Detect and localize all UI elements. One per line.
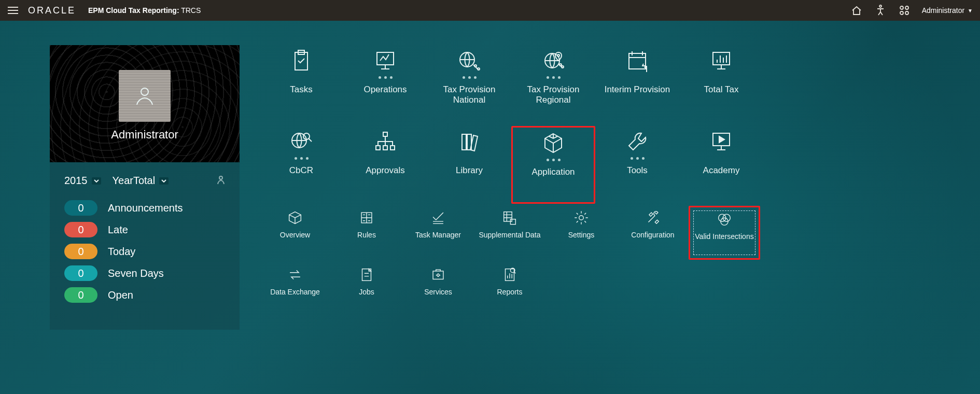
period-selector[interactable]: YearTotal <box>113 175 169 187</box>
cluster-label: Tasks <box>290 85 312 95</box>
subitem-label: Configuration <box>631 231 674 239</box>
home-icon[interactable] <box>850 5 863 16</box>
subitem-label: Data Exchange <box>270 288 320 296</box>
svg-point-33 <box>437 274 439 276</box>
period-value: YearTotal <box>113 175 156 187</box>
subitem-label: Reports <box>497 288 522 296</box>
app-title-sub: TRCS <box>179 6 201 15</box>
app-title-main: EPM Cloud Tax Reporting: <box>88 6 179 15</box>
gear-icon <box>570 209 593 227</box>
svg-rect-21 <box>462 134 466 150</box>
subitem-jobs[interactable]: Jobs <box>331 263 402 317</box>
monitor-icon <box>369 48 402 73</box>
subitem-configuration[interactable]: Configuration <box>617 206 689 260</box>
svg-point-2 <box>905 6 908 9</box>
dots-icon <box>295 157 309 160</box>
cluster-tasks[interactable]: Tasks <box>259 45 343 123</box>
cluster-label: Library <box>456 165 483 176</box>
cluster-cbcr[interactable]: CbCR <box>259 126 343 204</box>
cube-icon <box>537 131 570 156</box>
subitem-label: Task Manager <box>415 231 461 239</box>
stat-label: Announcements <box>108 202 183 214</box>
subitem-grid: OverviewRulesTask ManagerSupplemental Da… <box>259 206 763 317</box>
svg-rect-20 <box>390 146 395 150</box>
cluster-library[interactable]: Library <box>427 126 511 204</box>
year-selector[interactable]: 2015 <box>64 175 101 187</box>
stat-count: 0 <box>78 246 83 258</box>
box-icon <box>284 209 306 227</box>
cluster-label: Total Tax <box>704 85 739 95</box>
chevron-down-icon: ▼ <box>968 8 973 13</box>
stat-row[interactable]: 0Seven Days <box>64 265 225 281</box>
dots-icon <box>379 76 393 79</box>
cluster-label: Interim Provision <box>605 85 670 95</box>
stat-pill: 0 <box>64 222 97 237</box>
cluster-tax-provision-national[interactable]: Tax ProvisionNational <box>427 45 511 123</box>
stat-row[interactable]: 0Open <box>64 287 225 303</box>
cluster-academy[interactable]: Academy <box>679 126 763 204</box>
stat-row[interactable]: 0Late <box>64 222 225 237</box>
subitem-label: Rules <box>357 231 376 239</box>
subitem-settings[interactable]: Settings <box>545 206 617 260</box>
datasheet-icon <box>498 209 521 227</box>
svg-point-0 <box>879 5 881 7</box>
nav-area: TasksOperationsTax ProvisionNationalTax … <box>240 45 763 330</box>
stat-label: Today <box>108 246 135 258</box>
books-icon <box>453 129 486 154</box>
cluster-label: Operations <box>363 85 407 95</box>
year-value: 2015 <box>64 175 88 187</box>
cluster-total-tax[interactable]: Total Tax <box>679 45 763 123</box>
services-icon <box>427 266 450 284</box>
subitem-label: Supplemental Data <box>479 231 540 239</box>
chevron-down-icon <box>159 177 169 185</box>
svg-rect-32 <box>433 271 443 279</box>
venn-icon <box>713 210 736 228</box>
svg-rect-18 <box>376 146 380 150</box>
stat-count: 0 <box>78 224 83 236</box>
cluster-tools[interactable]: Tools <box>595 126 679 204</box>
svg-rect-14 <box>713 52 730 65</box>
apps-icon[interactable] <box>898 5 911 16</box>
cluster-approvals[interactable]: Approvals <box>343 126 427 204</box>
subitem-label: Overview <box>280 231 310 239</box>
hamburger-menu-icon[interactable] <box>7 6 19 15</box>
wrench-icon <box>621 129 654 154</box>
subitem-supplemental-data[interactable]: Supplemental Data <box>474 206 545 260</box>
globe-pin-icon <box>537 48 570 73</box>
profile-name: Administrator <box>50 128 240 142</box>
user-menu-label: Administrator <box>922 6 964 15</box>
dots-icon <box>463 76 477 79</box>
cluster-operations[interactable]: Operations <box>343 45 427 123</box>
cluster-label: Tools <box>627 165 648 176</box>
subitem-data-exchange[interactable]: Data Exchange <box>259 263 331 317</box>
subitem-label: Valid Intersections <box>695 232 753 241</box>
subitem-reports[interactable]: Reports <box>474 263 545 317</box>
stat-pill: 0 <box>64 265 97 281</box>
subitem-services[interactable]: Services <box>402 263 474 317</box>
chevron-down-icon <box>92 177 101 185</box>
subitem-valid-intersections[interactable]: Valid Intersections <box>689 206 760 260</box>
stat-row[interactable]: 0Today <box>64 244 225 259</box>
summary-panel: 2015 YearTotal 0Announcements0Late0Today… <box>50 162 240 330</box>
stat-pill: 0 <box>64 244 97 259</box>
tools-icon <box>641 209 664 227</box>
person-icon[interactable] <box>217 175 225 187</box>
report-icon <box>498 266 521 284</box>
avatar <box>119 70 171 122</box>
subitem-overview[interactable]: Overview <box>259 206 331 260</box>
calendar-s-icon <box>621 48 654 73</box>
subitem-task-manager[interactable]: Task Manager <box>402 206 474 260</box>
accessibility-icon[interactable] <box>874 5 887 16</box>
cluster-label: CbCR <box>289 165 313 176</box>
grid-icon <box>355 209 378 227</box>
user-menu[interactable]: Administrator ▼ <box>922 6 973 15</box>
cluster-application[interactable]: Application <box>511 126 595 204</box>
subitem-rules[interactable]: Rules <box>331 206 402 260</box>
org-icon <box>369 129 402 154</box>
dots-icon <box>547 76 561 79</box>
cluster-label: Academy <box>703 165 740 176</box>
stat-row[interactable]: 0Announcements <box>64 200 225 216</box>
cluster-interim-provision[interactable]: Interim Provision <box>595 45 679 123</box>
cluster-tax-provision-regional[interactable]: Tax ProvisionRegional <box>511 45 595 123</box>
svg-point-3 <box>900 11 903 15</box>
